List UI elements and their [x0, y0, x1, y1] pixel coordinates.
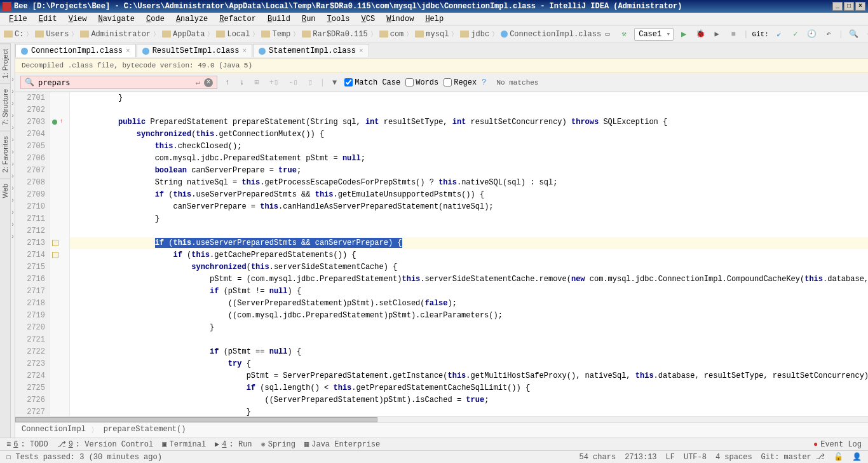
menu-edit[interactable]: Edit [34, 13, 62, 25]
close-button[interactable]: × [855, 2, 865, 11]
search-input[interactable] [38, 78, 192, 87]
remove-selection-button[interactable]: -▯ [286, 76, 300, 88]
expand-fold-button[interactable]: › [11, 122, 15, 134]
expand-fold-button[interactable]: › [11, 207, 15, 219]
lock-icon[interactable]: 🔓 [834, 452, 843, 462]
minimize-button[interactable]: _ [832, 2, 843, 11]
event-log-button[interactable]: ● Event Log [813, 440, 862, 449]
code-content[interactable]: } public PreparedStatement prepareStatem… [70, 92, 868, 416]
menu-navigate[interactable]: Navigate [93, 13, 140, 25]
bottom-tool----run[interactable]: ▶ 4: Run [215, 439, 252, 449]
expand-fold-button[interactable]: › [11, 170, 15, 183]
words-check[interactable]: Words [405, 78, 438, 87]
tool-icon: ≡ [6, 440, 11, 449]
breadcrumb-segment[interactable]: C: [4, 30, 24, 39]
select-all-occurrences-button[interactable]: ⊞ [252, 76, 261, 88]
hector-icon[interactable]: 👤 [852, 452, 862, 462]
tool-tab-web[interactable]: Web [0, 178, 10, 203]
close-tab-button[interactable]: × [242, 47, 247, 55]
breadcrumb-segment[interactable]: com [379, 30, 404, 39]
breadcrumb-segment[interactable]: Local [216, 30, 250, 39]
close-tab-button[interactable]: × [359, 47, 363, 55]
breadcrumb-segment[interactable]: Users [35, 30, 69, 39]
menu-analyze[interactable]: Analyze [171, 13, 213, 25]
status-line-sep[interactable]: LF [666, 453, 675, 462]
tool-tab----favorites[interactable]: 2: Favorites [0, 130, 10, 177]
clear-search-button[interactable]: × [204, 78, 213, 87]
git-revert-icon[interactable]: ↶ [822, 28, 835, 41]
search-status: No matches [496, 79, 538, 86]
breadcrumb-segment[interactable]: ConnectionImpl.class [501, 30, 601, 39]
menu-help[interactable]: Help [420, 13, 449, 25]
horizontal-scrollbar[interactable] [15, 416, 868, 422]
expand-fold-button[interactable]: › [11, 86, 15, 98]
expand-fold-button[interactable]: › [11, 146, 15, 158]
regex-help-icon[interactable]: ? [482, 78, 486, 87]
menu-window[interactable]: Window [381, 13, 419, 25]
menu-file[interactable]: File [4, 13, 32, 25]
coverage-button[interactable]: ▶ [710, 28, 723, 41]
bottom-tool-java-enterprise[interactable]: ▦ Java Enterprise [304, 439, 380, 449]
expand-fold-button[interactable]: › [11, 74, 15, 86]
add-selection-button[interactable]: +▯ [267, 76, 281, 88]
breadcrumb-segment[interactable]: mysql [415, 30, 449, 39]
expand-fold-button[interactable]: › [11, 195, 15, 207]
filter-icon[interactable]: ▼ [330, 77, 339, 88]
code-breadcrumb-item[interactable]: ConnectionImpl [22, 425, 86, 436]
menu-vcs[interactable]: VCS [356, 13, 381, 25]
regex-check[interactable]: Regex [444, 78, 477, 87]
hammer-icon[interactable]: ⚒ [618, 28, 630, 41]
expand-fold-button[interactable]: › [11, 219, 15, 231]
menu-refactor[interactable]: Refactor [214, 13, 261, 25]
git-update-icon[interactable]: ↙ [773, 28, 785, 41]
debug-button[interactable]: 🐞 [694, 28, 707, 41]
settings-icon[interactable]: ⚙ [864, 28, 868, 41]
prev-match-button[interactable]: ↑ [222, 77, 232, 88]
git-history-icon[interactable]: 🕘 [806, 28, 818, 41]
status-git[interactable]: Git: master ⎇ [761, 452, 825, 462]
code-breadcrumb-item[interactable]: prepareStatement() [104, 425, 186, 436]
bottom-tool-terminal[interactable]: ▣ Terminal [162, 439, 206, 449]
breadcrumb-segment[interactable]: Administrator [80, 30, 151, 39]
editor-tab[interactable]: ResultSetImpl.class× [137, 44, 252, 57]
editor-tab[interactable]: StatementImpl.class× [253, 44, 369, 57]
bottom-tool-spring[interactable]: ❋ Spring [261, 439, 295, 449]
menu-build[interactable]: Build [262, 13, 295, 25]
close-tab-button[interactable]: × [126, 47, 130, 55]
breadcrumb-segment[interactable]: Temp [261, 30, 290, 39]
expand-fold-button[interactable]: › [11, 110, 15, 122]
menu-view[interactable]: View [64, 13, 92, 25]
breadcrumb-segment[interactable]: AppData [162, 30, 205, 39]
menu-run[interactable]: Run [297, 13, 321, 25]
maximize-button[interactable]: □ [844, 2, 854, 11]
menu-tools[interactable]: Tools [322, 13, 355, 25]
editor-tab[interactable]: ConnectionImpl.class× [15, 44, 136, 57]
expand-fold-button[interactable]: › [11, 98, 15, 110]
status-indent[interactable]: 4 spaces [715, 453, 752, 462]
tool-tab----project[interactable]: 1: Project [0, 43, 10, 83]
search-everywhere-icon[interactable]: 🔍 [847, 28, 860, 41]
git-commit-icon[interactable]: ✓ [789, 28, 802, 41]
build-icon[interactable]: ▭ [601, 28, 614, 41]
toggle-selection-button[interactable]: ▯ [306, 76, 315, 88]
breadcrumb-segment[interactable]: Rar$DRa0.115 [302, 30, 367, 39]
run-config-selector[interactable]: Case1 [634, 28, 674, 41]
menu-code[interactable]: Code [141, 13, 170, 25]
expand-fold-button[interactable]: › [11, 134, 15, 146]
status-encoding[interactable]: UTF-8 [684, 453, 707, 462]
expand-fold-button[interactable]: › [11, 183, 15, 195]
bottom-tool----version-control[interactable]: ⎇ 9: Version Control [57, 439, 154, 449]
class-file-icon [142, 48, 149, 55]
expand-fold-button[interactable]: › [11, 158, 15, 170]
expand-fold-button[interactable]: › [11, 231, 15, 243]
breadcrumb-segment[interactable]: jdbc [460, 30, 489, 39]
status-position[interactable]: 2713:13 [625, 453, 656, 462]
bottom-tool----todo[interactable]: ≡ 6: TODO [6, 440, 48, 449]
run-button[interactable]: ▶ [677, 28, 690, 41]
class-file-icon [501, 31, 508, 38]
stop-button[interactable]: ■ [727, 28, 740, 41]
match-case-check[interactable]: Match Case [344, 78, 400, 87]
tool-tab----structure[interactable]: 7: Structure [0, 83, 10, 130]
next-match-button[interactable]: ↓ [237, 77, 247, 88]
search-enter-icon[interactable]: ↵ [196, 78, 200, 87]
